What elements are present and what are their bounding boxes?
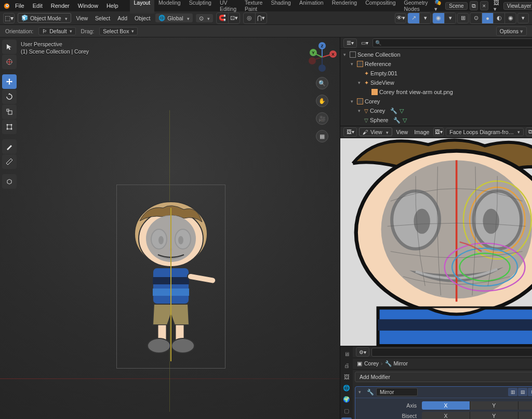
delete-scene-button[interactable]: × — [480, 1, 488, 10]
mod-editmode-icon[interactable]: ▤ — [518, 388, 527, 396]
modifier-name-field[interactable]: Mirror — [376, 388, 418, 396]
tool-select[interactable] — [2, 40, 17, 54]
axis-y-ball[interactable]: Y — [310, 49, 317, 56]
imageeditor-mode[interactable]: 🖌View — [359, 127, 392, 136]
proptab-scene[interactable]: 🌐 — [341, 383, 352, 394]
axis-z[interactable]: Z — [518, 401, 532, 410]
proptab-world[interactable]: 🌍 — [341, 395, 352, 405]
viewport-menu-object[interactable]: Object — [132, 14, 152, 22]
workspace-tab-sculpting[interactable]: Sculpting — [185, 0, 216, 14]
proportional-falloff[interactable]: ⋂▾ — [255, 13, 267, 23]
mode-selector[interactable]: 🧊 Object Mode — [18, 13, 71, 23]
shading-solid[interactable]: ● — [482, 13, 493, 23]
snap-toggle[interactable]: 🧲 — [217, 13, 228, 23]
tool-measure[interactable] — [2, 154, 17, 169]
zoom-button[interactable]: 🔍 — [316, 77, 328, 89]
axis-x[interactable]: X — [422, 401, 470, 410]
axis-x-ball[interactable]: X — [329, 50, 337, 58]
breadcrumb-object[interactable]: Corey — [364, 360, 379, 366]
scene-browse-icon[interactable]: 🎭▾ — [434, 0, 444, 12]
tree-item-reference[interactable]: ▾Reference☑👁📷 — [340, 59, 532, 69]
transform-orientation[interactable]: 🌐Global — [155, 14, 192, 22]
overlays-toggle[interactable]: ◉ — [433, 13, 444, 23]
3d-viewport[interactable]: User Perspective (1) Scene Collection | … — [0, 37, 340, 419]
disclosure-icon[interactable]: ▾ — [358, 108, 364, 113]
modifier-disclosure[interactable]: ▾ — [358, 389, 365, 395]
add-modifier-button[interactable]: Add Modifier — [355, 372, 532, 382]
properties-search-field[interactable] — [371, 348, 532, 357]
properties-type-icon[interactable]: ⚙▾ — [356, 347, 369, 357]
overlays-options[interactable]: ▾ — [444, 13, 456, 23]
xray-toggle[interactable]: ⊞ — [457, 13, 469, 23]
image-linked-button[interactable]: ⧉ — [526, 127, 532, 136]
gizmo-toggle[interactable]: ↗ — [408, 13, 419, 23]
workspace-tab-geonodes[interactable]: Geometry Nodes — [400, 0, 432, 14]
outliner-search[interactable] — [373, 38, 532, 47]
workspace-tab-layout[interactable]: Layout — [130, 0, 155, 14]
snap-type[interactable]: ⊡▾ — [228, 13, 240, 23]
tree-root[interactable]: ▾ Scene Collection — [340, 50, 532, 59]
orientation-dropdown[interactable]: 🏳Default — [38, 27, 75, 35]
disclosure-icon[interactable]: ▾ — [358, 80, 364, 85]
viewport-menu-add[interactable]: Add — [115, 14, 129, 22]
tool-move[interactable] — [2, 74, 17, 89]
tool-transform[interactable] — [2, 120, 17, 134]
tool-rotate[interactable] — [2, 89, 17, 104]
tree-item-corey-front-view-arm-out-png[interactable]: Corey front view-arm out.png — [340, 87, 532, 97]
breadcrumb-modifier[interactable]: Mirror — [394, 360, 408, 366]
workspace-tab-texturepaint[interactable]: Texture Paint — [241, 0, 267, 14]
shading-matpreview[interactable]: ◐ — [493, 13, 504, 23]
workspace-tab-uvediting[interactable]: UV Editing — [216, 0, 241, 14]
proptab-render[interactable]: 🖥 — [341, 349, 352, 359]
workspace-tab-animation[interactable]: Animation — [295, 0, 328, 14]
nav-gizmo[interactable]: X Z Y — [308, 43, 337, 72]
editor-type-icon[interactable]: ⬚▾ — [3, 13, 15, 23]
shading-options[interactable]: ▾ — [517, 13, 529, 23]
tool-scale[interactable] — [2, 104, 17, 119]
imageeditor-menu-view[interactable]: View — [394, 128, 410, 136]
visibility-dropdown[interactable]: 👁▾ — [395, 13, 406, 23]
imageeditor-menu-image[interactable]: Image — [412, 128, 431, 136]
tool-annotate[interactable] — [2, 139, 17, 154]
disclosure-icon[interactable]: ▾ — [343, 52, 350, 57]
disclosure-icon[interactable]: ▾ — [351, 61, 357, 67]
tree-item-corey[interactable]: ▾Corey🔧▽👁📷 — [340, 106, 532, 115]
proptab-viewlayer[interactable]: 🖼 — [341, 372, 352, 382]
bisect-z[interactable]: Z — [518, 412, 532, 419]
gizmo-options[interactable]: ▾ — [419, 13, 431, 23]
shading-rendered[interactable]: ◉ — [504, 13, 516, 23]
tool-addcube[interactable] — [2, 174, 17, 189]
image-canvas[interactable]: 🔍 ✋ — [340, 138, 532, 346]
pan-button[interactable]: ✋ — [316, 95, 328, 107]
tool-cursor[interactable] — [2, 55, 17, 69]
mod-oncage-icon[interactable]: ▥ — [508, 388, 517, 396]
bisect-y[interactable]: Y — [470, 412, 518, 419]
viewlayer-browse-icon[interactable]: 🖼▾ — [494, 0, 501, 12]
workspace-tab-compositing[interactable]: Compositing — [361, 0, 400, 14]
axis-negx-ball[interactable] — [309, 57, 316, 64]
menu-window[interactable]: Window — [75, 2, 101, 10]
perspective-toggle[interactable]: ▦ — [316, 130, 328, 142]
menu-render[interactable]: Render — [48, 2, 73, 10]
viewlayer-field[interactable]: ViewLayer — [503, 2, 532, 10]
scene-name-field[interactable]: Scene — [445, 2, 467, 10]
pivot-point[interactable]: ⊙ — [196, 14, 213, 22]
workspace-tab-modeling[interactable]: Modeling — [154, 0, 185, 14]
bisect-x[interactable]: X — [422, 412, 470, 419]
axis-z-ball[interactable]: Z — [318, 42, 326, 49]
axis-negz-ball[interactable] — [318, 64, 326, 72]
proportional-toggle[interactable]: ◎ — [244, 13, 255, 23]
menu-file[interactable]: File — [12, 2, 28, 10]
disclosure-icon[interactable]: ▾ — [351, 99, 357, 104]
menu-help[interactable]: Help — [103, 2, 122, 10]
camera-view-button[interactable]: 🎥 — [316, 112, 328, 125]
outliner-display-mode[interactable]: ▭▾ — [359, 38, 370, 48]
tree-item-empty-001[interactable]: Empty.001👁📷 — [340, 69, 532, 78]
mod-realtime-icon[interactable]: 🖥 — [528, 388, 532, 396]
workspace-tab-shading[interactable]: Shading — [267, 0, 295, 14]
new-scene-button[interactable]: ⧉ — [470, 1, 478, 10]
proptab-object[interactable]: ▢ — [341, 406, 352, 416]
proptab-output[interactable]: 🖨 — [341, 360, 352, 371]
image-browse-icon[interactable]: 🖼▾ — [433, 127, 444, 136]
outliner-type-icon[interactable]: ☰▾ — [343, 38, 357, 48]
